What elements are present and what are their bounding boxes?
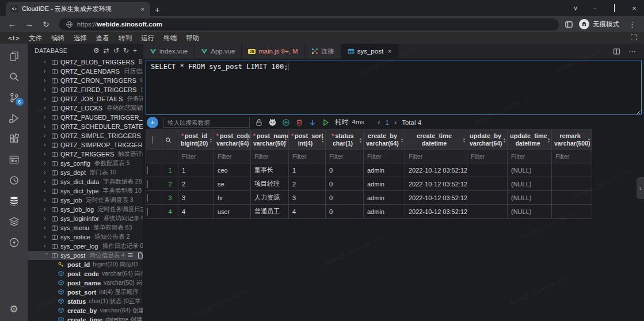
- table-row[interactable]: 44user普通员工40admin2022-10-12 03:52:12(NUL…: [146, 205, 592, 219]
- chevron-right-icon[interactable]: ›: [44, 170, 49, 175]
- cell-post_sort[interactable]: 2: [289, 177, 326, 191]
- menubar-item-文件[interactable]: 文件: [24, 35, 47, 41]
- incognito-badge[interactable]: 无痕模式: [576, 19, 623, 29]
- chevron-right-icon[interactable]: ›: [44, 59, 49, 65]
- row-checkbox-cell[interactable]: [146, 163, 162, 177]
- column-header-update_by[interactable]: update_byvarchar(64)▲▼: [467, 130, 508, 150]
- browser-tab[interactable]: <› CloudIDE - 云原生集成开发环境 ×: [6, 2, 150, 16]
- cell-post_name[interactable]: 人力资源: [251, 191, 289, 205]
- tree-field-post_code[interactable]: post_codevarchar(64) 岗位编码: [28, 269, 143, 278]
- chevron-right-icon[interactable]: ›: [44, 151, 49, 157]
- chevron-right-icon[interactable]: ›: [44, 197, 49, 203]
- tree-table-QRTZ_CALENDARS[interactable]: ›QRTZ_CALENDARS日历信息表 0: [28, 67, 143, 76]
- tree-table-sys_job_log[interactable]: ›sys_job_log定时任务调度日志表 0: [28, 205, 143, 214]
- cell-remark[interactable]: [552, 163, 592, 177]
- chevron-right-icon[interactable]: ›: [44, 188, 49, 194]
- filter-input-post_id[interactable]: Filter: [178, 150, 214, 163]
- row-checkbox[interactable]: [147, 180, 148, 188]
- forward-icon[interactable]: →: [22, 20, 37, 29]
- layers-icon[interactable]: [9, 216, 20, 227]
- menubar-item-运行[interactable]: 运行: [136, 35, 159, 41]
- cell-status[interactable]: 0: [326, 191, 364, 205]
- chevron-right-icon[interactable]: ›: [44, 124, 49, 129]
- menubar-item-选择[interactable]: 选择: [69, 35, 92, 41]
- prev-page-icon[interactable]: ‹: [378, 118, 380, 127]
- data-search-input[interactable]: [163, 117, 250, 128]
- tree-field-post_id[interactable]: post_idbigint(20) 岗位ID: [28, 260, 143, 269]
- extensions-icon[interactable]: [9, 133, 20, 144]
- table-row[interactable]: 33hr人力资源30admin2022-10-12 03:52:12(NULL): [146, 191, 592, 205]
- cell-status[interactable]: 0: [326, 177, 364, 191]
- column-header-create_by[interactable]: create_byvarchar(64)▲▼: [364, 130, 405, 150]
- chevron-right-icon[interactable]: ›: [44, 225, 49, 231]
- refresh-icon[interactable]: ↻: [123, 47, 129, 55]
- editor-tab-main.js[interactable]: JSmain.js 9+, M: [242, 44, 304, 59]
- column-header-post_id[interactable]: *post_idbigint(20)▲▼: [178, 130, 214, 150]
- filter-input-post_code[interactable]: Filter: [214, 150, 251, 163]
- github-icon[interactable]: [268, 118, 277, 127]
- tree-table-QRTZ_TRIGGERS[interactable]: ›QRTZ_TRIGGERS触发器详细信息表 3: [28, 150, 143, 159]
- site-info-icon[interactable]: [66, 21, 73, 28]
- select-all-header[interactable]: [146, 130, 162, 150]
- filter-input-create_time[interactable]: Filter: [405, 150, 467, 163]
- address-bar[interactable]: https://webide.sinosoft.com: [59, 18, 559, 30]
- tab-close-icon[interactable]: ×: [388, 48, 391, 55]
- cell-post_sort[interactable]: 1: [289, 163, 326, 177]
- tree-table-QRTZ_SIMPLE_TRIGGERS[interactable]: ›QRTZ_SIMPLE_TRIGGERS简单触发...: [28, 131, 143, 140]
- tree-table-sys_dict_type[interactable]: ›sys_dict_type字典类型表 10: [28, 186, 143, 196]
- chevron-right-icon[interactable]: ›: [44, 160, 49, 166]
- chevron-down-icon[interactable]: ›: [44, 253, 49, 258]
- cell-post_name[interactable]: 项目经理: [251, 177, 289, 191]
- tree-table-QRTZ_LOCKS[interactable]: ›QRTZ_LOCKS存储的悲观锁信息表 2: [28, 104, 143, 113]
- tree-table-QRTZ_SCHEDULER_STATE[interactable]: ›QRTZ_SCHEDULER_STATE调度器状...: [28, 122, 143, 131]
- editor-tab-连接[interactable]: 连接: [305, 44, 341, 59]
- tree-table-QRTZ_CRON_TRIGGERS[interactable]: ›QRTZ_CRON_TRIGGERSCron类型...: [28, 76, 143, 85]
- tab-search-icon[interactable]: ∨: [566, 5, 585, 12]
- cell-post_code[interactable]: hr: [214, 191, 251, 205]
- chevron-right-icon[interactable]: ›: [44, 114, 49, 120]
- database-icon[interactable]: [9, 196, 20, 207]
- chevron-right-icon[interactable]: ›: [44, 179, 49, 185]
- sort-icon[interactable]: ▲▼: [359, 137, 362, 143]
- sort-icon[interactable]: ▲▼: [401, 137, 403, 143]
- column-header-status[interactable]: *statuschar(1)▲▼: [326, 130, 364, 150]
- row-checkbox-cell[interactable]: [146, 177, 162, 191]
- next-page-icon[interactable]: ›: [394, 118, 397, 127]
- cell-remark[interactable]: [552, 191, 592, 205]
- page-number[interactable]: 1: [385, 119, 388, 126]
- sort-icon[interactable]: ▲▼: [463, 137, 466, 143]
- cell-status[interactable]: 0: [326, 163, 364, 177]
- delete-record-icon[interactable]: [295, 119, 303, 127]
- source-control-icon[interactable]: 6: [9, 92, 20, 103]
- tree-field-create_by[interactable]: create_byvarchar(64) 创建者: [28, 306, 143, 315]
- fullscreen-icon[interactable]: [630, 34, 637, 41]
- cell-create_by[interactable]: admin: [364, 191, 405, 205]
- explorer-icon[interactable]: [9, 51, 20, 62]
- split-editor-icon[interactable]: [613, 48, 620, 55]
- column-header-post_code[interactable]: *post_codevarchar(64)▲▼: [214, 130, 251, 150]
- cell-remark[interactable]: [552, 177, 592, 191]
- cell-create_time[interactable]: 2022-10-12 03:52:12: [405, 163, 467, 177]
- add-record-icon[interactable]: [282, 119, 290, 127]
- cell-create_by[interactable]: admin: [364, 177, 405, 191]
- sql-editor[interactable]: SELECT * FROM sys_post LIMIT 100;: [146, 60, 642, 115]
- tree-table-QRTZ_PAUSED_TRIGGER_GRPS[interactable]: ›QRTZ_PAUSED_TRIGGER_GRPS暂...: [28, 113, 143, 122]
- sort-icon[interactable]: ▲▼: [321, 137, 324, 143]
- filter-input-update_time[interactable]: Filter: [508, 150, 552, 163]
- chevron-right-icon[interactable]: ›: [44, 216, 49, 221]
- menubar-item-终端[interactable]: 终端: [159, 35, 181, 41]
- row-checkbox-cell[interactable]: [146, 191, 162, 205]
- cell-post_id[interactable]: 1: [178, 163, 214, 177]
- cell-post_sort[interactable]: 3: [289, 191, 326, 205]
- history-icon[interactable]: ↺: [113, 47, 119, 55]
- editor-tab-sys_post[interactable]: sys_post×: [341, 44, 399, 59]
- cell-post_id[interactable]: 3: [178, 191, 214, 205]
- menubar-item-转到[interactable]: 转到: [114, 35, 136, 41]
- column-header-post_sort[interactable]: *post_sortint(4)▲▼: [289, 130, 326, 150]
- new-tab-button[interactable]: +: [150, 5, 167, 16]
- cell-update_time[interactable]: (NULL): [508, 163, 552, 177]
- tree-table-QRTZ_SIMPROP_TRIGGERS[interactable]: ›QRTZ_SIMPROP_TRIGGERS同步机...: [28, 140, 143, 150]
- sort-icon[interactable]: ▲▼: [503, 137, 506, 143]
- tree-table-sys_oper_log[interactable]: ›sys_oper_log操作日志记录 0: [28, 242, 143, 251]
- column-header-update_time[interactable]: update_timedatetime▲▼: [508, 130, 552, 150]
